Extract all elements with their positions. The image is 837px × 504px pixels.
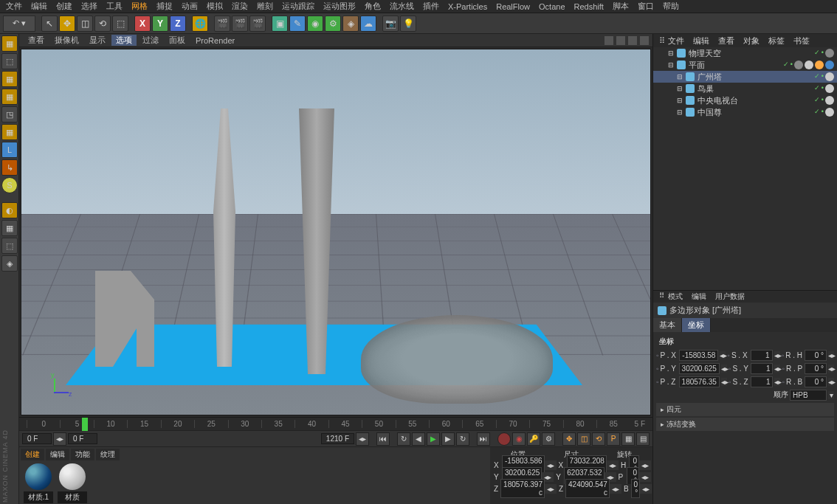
menu-动画[interactable]: 动画 xyxy=(177,0,202,13)
timeline-playhead[interactable] xyxy=(82,418,88,431)
vp-icon-3[interactable] xyxy=(627,35,638,46)
vp-menu-摄像机[interactable]: 摄像机 xyxy=(50,35,83,46)
generator-tool[interactable]: ⚙ xyxy=(325,15,341,32)
frame-total-spin[interactable]: ◂▸ xyxy=(356,432,369,446)
object-tag[interactable] xyxy=(825,84,834,93)
texture-mode[interactable]: ⬚ xyxy=(1,53,18,69)
vp-menu-过滤[interactable]: 过滤 xyxy=(138,35,163,46)
rec-opts[interactable]: ▤ xyxy=(636,432,650,446)
loop-toggle-2[interactable]: ↻ xyxy=(456,432,469,446)
frame-current-field[interactable]: 0 F xyxy=(68,433,97,444)
rec-pos[interactable]: ✥ xyxy=(562,432,576,446)
environment-tool[interactable]: ☁ xyxy=(360,15,376,32)
object-物理天空[interactable]: ⊟物理天空✓• xyxy=(653,47,837,59)
coord-system[interactable]: 🌐 xyxy=(192,15,208,32)
pen-tool[interactable]: ✎ xyxy=(289,15,306,32)
menu-角色[interactable]: 角色 xyxy=(360,0,385,13)
edge-mode[interactable]: ◳ xyxy=(1,106,18,122)
menu-捕捉[interactable]: 捕捉 xyxy=(152,0,177,13)
mat-tab-创建[interactable]: 创建 xyxy=(21,449,44,460)
axis-y-toggle[interactable]: Y xyxy=(152,15,168,32)
menu-X-Particles[interactable]: X-Particles xyxy=(444,1,492,13)
material-材质.1[interactable]: 材质.1 xyxy=(24,463,53,503)
right-tab-对象[interactable]: 对象 xyxy=(740,35,762,46)
menu-脚本[interactable]: 脚本 xyxy=(608,0,633,13)
goto-start[interactable]: ⏮ xyxy=(376,432,390,446)
rec-scale[interactable]: ◫ xyxy=(577,432,590,446)
deformer-tool[interactable]: ◈ xyxy=(342,15,359,32)
3d-viewport[interactable]: y z xyxy=(21,49,651,415)
object-中央电视台[interactable]: ⊟中央电视台✓• xyxy=(653,94,837,106)
cube-primitive[interactable]: ▣ xyxy=(272,15,288,32)
right-tab-标签[interactable]: 标签 xyxy=(765,35,788,46)
model-birds-nest[interactable] xyxy=(361,315,553,404)
attr-tab-编辑[interactable]: 编辑 xyxy=(689,291,709,303)
workplane-mode[interactable]: ▦ xyxy=(1,71,18,87)
vp-menu-选项[interactable]: 选项 xyxy=(111,35,137,46)
render-settings[interactable]: 🎬 xyxy=(249,15,266,32)
frame-start-field[interactable]: 0 F xyxy=(22,433,52,444)
menu-运动图形[interactable]: 运动图形 xyxy=(319,0,360,13)
tool-c[interactable]: ⬚ xyxy=(1,238,18,254)
scale-tool[interactable]: ◫ xyxy=(77,15,93,32)
axis-modify[interactable]: L xyxy=(1,142,18,158)
vp-menu-查看[interactable]: 查看 xyxy=(24,35,49,46)
goto-end[interactable]: ⏭ xyxy=(477,432,490,446)
object-tag[interactable] xyxy=(815,61,824,69)
menu-工具[interactable]: 工具 xyxy=(102,0,127,13)
timeline-ruler[interactable]: 05101520253035404550556065707580855 F xyxy=(19,417,652,430)
object-平面[interactable]: ⊟平面✓• xyxy=(653,59,837,71)
menu-文件[interactable]: 文件 xyxy=(1,0,27,13)
material-材质[interactable]: 材质 xyxy=(58,463,87,503)
right-tab-书签[interactable]: 书签 xyxy=(790,35,813,46)
loop-toggle[interactable]: ↻ xyxy=(397,432,410,446)
menu-窗口[interactable]: 窗口 xyxy=(633,0,658,13)
vp-menu-ProRender[interactable]: ProRender xyxy=(191,36,239,45)
menu-Octane[interactable]: Octane xyxy=(534,1,569,13)
menu-选择[interactable]: 选择 xyxy=(77,0,102,13)
right-tab-文件[interactable]: 文件 xyxy=(665,35,687,46)
object-tag[interactable] xyxy=(825,96,834,105)
menu-雕刻[interactable]: 雕刻 xyxy=(252,0,278,13)
object-manager[interactable]: ⊟物理天空✓•⊟平面✓•⊟广州塔✓•⊟鸟巢✓•⊟中央电视台✓•⊟中国尊✓• xyxy=(653,47,837,291)
right-tab-编辑[interactable]: 编辑 xyxy=(690,35,712,46)
axis-x-toggle[interactable]: X xyxy=(134,15,151,32)
menu-Redshift[interactable]: Redshift xyxy=(570,1,608,13)
mat-tab-功能[interactable]: 功能 xyxy=(71,449,94,460)
vp-icon-1[interactable] xyxy=(604,35,614,46)
attr-tab-模式[interactable]: 模式 xyxy=(665,291,686,303)
menu-模拟[interactable]: 模拟 xyxy=(202,0,227,13)
vp-icon-2[interactable] xyxy=(616,35,626,46)
vp-menu-面板[interactable]: 面板 xyxy=(165,35,190,46)
menu-流水线[interactable]: 流水线 xyxy=(385,0,418,13)
menu-帮助[interactable]: 帮助 xyxy=(658,0,683,13)
key-button[interactable]: 🔑 xyxy=(527,432,540,446)
model-mode[interactable]: ▦ xyxy=(1,35,18,52)
attr-mode-坐标[interactable]: 坐标 xyxy=(682,318,711,332)
rotate-tool[interactable]: ⟲ xyxy=(94,15,111,32)
object-中国尊[interactable]: ⊟中国尊✓• xyxy=(653,106,837,118)
menu-插件[interactable]: 插件 xyxy=(418,0,444,13)
snap-toggle[interactable]: S xyxy=(1,177,18,193)
step-forward[interactable]: ▶ xyxy=(441,432,455,446)
object-鸟巢[interactable]: ⊟鸟巢✓• xyxy=(653,83,837,94)
nurbs-tool[interactable]: ◉ xyxy=(307,15,323,32)
tool-d[interactable]: ◈ xyxy=(1,255,18,272)
object-tag[interactable] xyxy=(825,72,834,81)
render-pv[interactable]: 🎬 xyxy=(232,15,248,32)
right-tab-查看[interactable]: 查看 xyxy=(715,35,737,46)
tool-b[interactable]: ▦ xyxy=(1,220,18,236)
polygon-mode[interactable]: ▦ xyxy=(1,124,18,140)
autokey-button[interactable]: ◉ xyxy=(512,432,526,446)
attr-collapse-四元[interactable]: 四元 xyxy=(656,403,834,416)
step-back[interactable]: ◀ xyxy=(412,432,425,446)
move-tool[interactable]: ✥ xyxy=(59,15,75,32)
mat-tab-纹理[interactable]: 纹理 xyxy=(96,449,120,460)
vp-icon-4[interactable] xyxy=(639,35,650,46)
menu-网格[interactable]: 网格 xyxy=(127,0,152,13)
menu-运动跟踪[interactable]: 运动跟踪 xyxy=(278,0,319,13)
tool-a[interactable]: ◐ xyxy=(1,202,18,218)
object-tag[interactable] xyxy=(825,108,834,117)
record-button[interactable] xyxy=(497,432,511,446)
camera-tool[interactable]: 📷 xyxy=(382,15,399,32)
